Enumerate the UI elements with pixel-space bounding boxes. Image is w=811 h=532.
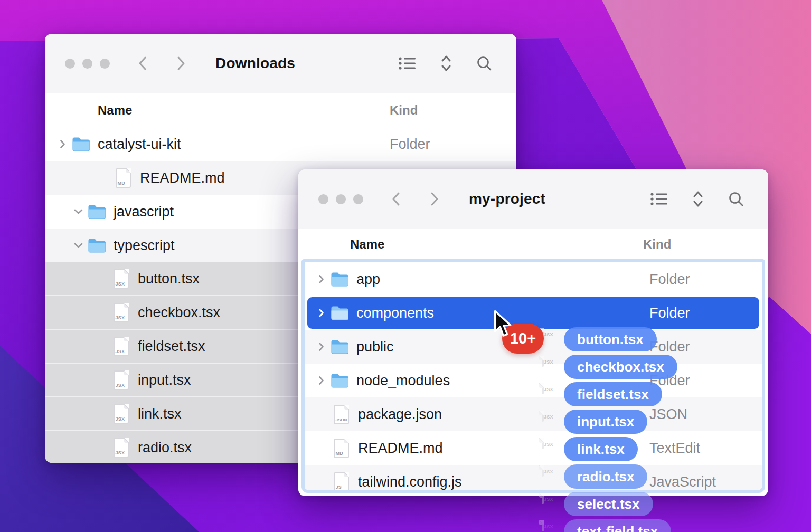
folder-icon: [331, 373, 349, 388]
file-name: input.tsx: [138, 372, 191, 388]
jsx-file-icon: JSX: [542, 384, 544, 394]
js-file-icon: JS: [334, 472, 349, 492]
jsx-file-icon: JSX: [542, 357, 544, 366]
chevron-right-icon[interactable]: [317, 308, 325, 318]
search-icon[interactable]: [728, 191, 744, 207]
list-item[interactable]: node_modules Folder: [305, 364, 762, 397]
zoom-button[interactable]: [100, 59, 110, 69]
column-headers: Name Kind: [45, 93, 516, 127]
chevron-right-icon[interactable]: [317, 274, 325, 284]
dragged-file-pill: radio.tsx: [564, 464, 647, 489]
file-name: README.md: [140, 170, 225, 186]
back-icon[interactable]: [135, 55, 149, 71]
file-name: checkbox.tsx: [138, 305, 220, 321]
jsx-file-icon: JSX: [114, 337, 129, 356]
list-view-icon[interactable]: [399, 56, 416, 70]
column-name[interactable]: Name: [98, 103, 132, 118]
column-name[interactable]: Name: [350, 237, 384, 252]
jsx-file-icon: JSX: [114, 438, 129, 458]
markdown-file-icon: MD: [334, 439, 349, 458]
mouse-cursor: [491, 309, 514, 341]
file-name: node_modules: [356, 373, 450, 389]
file-name: public: [356, 339, 394, 355]
jsx-file-icon: JSX: [542, 439, 544, 449]
list-view-icon[interactable]: [650, 192, 668, 206]
back-icon[interactable]: [389, 191, 402, 207]
minimize-button[interactable]: [336, 194, 346, 204]
column-headers: Name Kind: [298, 229, 768, 259]
chevron-down-icon[interactable]: [74, 241, 82, 250]
folder-icon: [331, 306, 349, 320]
file-name: components: [356, 305, 434, 321]
chevron-right-icon[interactable]: [317, 342, 325, 352]
forward-icon[interactable]: [428, 191, 441, 207]
jsx-file-icon: JSX: [542, 494, 544, 504]
close-button[interactable]: [65, 59, 75, 69]
traffic-lights: [318, 194, 363, 204]
dragged-file-pill: fieldset.tsx: [564, 382, 662, 406]
file-name: javascript: [114, 204, 174, 220]
jsx-file-icon: JSX: [114, 269, 129, 289]
drop-target-area: app Folder components Folder public Fold…: [301, 259, 765, 493]
forward-icon[interactable]: [174, 55, 188, 71]
chevron-down-icon[interactable]: [74, 207, 82, 216]
dragged-file-pill: link.tsx: [564, 437, 638, 461]
file-kind: Folder: [649, 305, 690, 321]
list-item[interactable]: catalyst-ui-kit Folder: [45, 127, 516, 161]
file-name: README.md: [358, 440, 443, 457]
dragged-file-pill: text-field.tsx: [564, 519, 671, 532]
window-title: Downloads: [215, 55, 295, 72]
file-name: link.tsx: [138, 406, 182, 422]
close-button[interactable]: [318, 194, 328, 204]
traffic-lights: [65, 59, 110, 69]
jsx-file-icon: JSX: [542, 412, 544, 421]
dragged-file-pill: button.tsx: [564, 327, 657, 352]
column-kind[interactable]: Kind: [643, 237, 671, 252]
file-name: radio.tsx: [138, 440, 192, 456]
column-kind[interactable]: Kind: [390, 103, 418, 118]
file-name: typescript: [114, 238, 175, 254]
project-toolbar: my-project: [298, 169, 768, 229]
jsx-file-icon: JSX: [542, 521, 544, 531]
folder-icon: [88, 238, 106, 253]
chevron-right-icon[interactable]: [59, 139, 66, 149]
file-kind: JavaScript: [649, 474, 716, 490]
list-item[interactable]: JSON package.json JSON: [305, 397, 762, 431]
file-kind: Folder: [390, 136, 430, 153]
file-name: catalyst-ui-kit: [98, 136, 181, 153]
dragged-file-pill: select.tsx: [564, 492, 653, 516]
markdown-file-icon: MD: [116, 168, 131, 188]
sort-icon[interactable]: [692, 191, 704, 207]
chevron-right-icon[interactable]: [317, 376, 325, 385]
file-name: tailwind.config.js: [358, 474, 462, 490]
search-icon[interactable]: [476, 55, 492, 71]
file-name: package.json: [358, 406, 442, 423]
dragged-file-pill: input.tsx: [564, 410, 647, 434]
file-kind: Folder: [649, 271, 690, 288]
folder-icon: [331, 339, 349, 354]
file-name: app: [356, 271, 380, 288]
json-file-icon: JSON: [334, 405, 349, 424]
jsx-file-icon: JSX: [114, 370, 129, 390]
folder-icon: [72, 137, 90, 151]
list-item[interactable]: MD README.md TextEdit: [305, 431, 762, 465]
jsx-file-icon: JSX: [542, 467, 544, 476]
list-item[interactable]: app Folder: [305, 262, 762, 296]
sort-icon[interactable]: [440, 55, 452, 72]
jsx-file-icon: JSX: [114, 404, 129, 424]
file-name: button.tsx: [138, 271, 200, 287]
zoom-button[interactable]: [353, 194, 363, 204]
folder-icon: [331, 272, 349, 287]
window-title: my-project: [469, 191, 545, 207]
jsx-file-icon: JSX: [114, 303, 129, 322]
file-kind: JSON: [649, 406, 687, 423]
minimize-button[interactable]: [82, 59, 92, 69]
downloads-toolbar: Downloads: [45, 34, 516, 93]
file-name: fieldset.tsx: [138, 338, 205, 355]
list-item[interactable]: JS tailwind.config.js JavaScript: [305, 465, 762, 493]
dragged-file-pill: checkbox.tsx: [564, 355, 677, 379]
file-kind: TextEdit: [649, 440, 700, 457]
folder-icon: [88, 204, 106, 219]
